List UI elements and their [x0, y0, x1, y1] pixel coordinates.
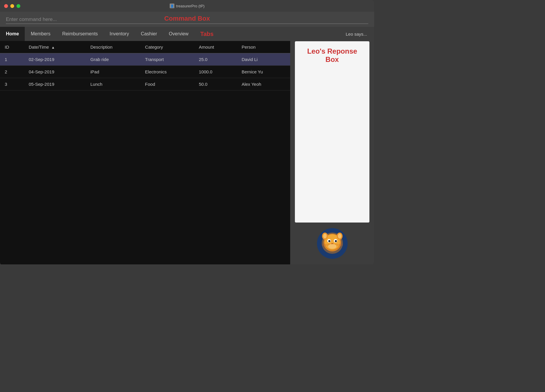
sort-arrow-datetime: ▲: [51, 45, 55, 50]
app-icon: 👤: [170, 4, 174, 8]
col-header-category[interactable]: Category: [140, 41, 194, 53]
tab-cashier[interactable]: Cashier: [135, 27, 163, 41]
cell-id: 2: [0, 66, 24, 78]
svg-point-18: [328, 244, 336, 249]
tabs-bar: Home Members Reimbursements Inventory Ca…: [0, 27, 290, 41]
tab-inventory[interactable]: Inventory: [104, 27, 135, 41]
leo-mascot: [316, 227, 349, 260]
cell-person: Bernice Yu: [237, 66, 290, 78]
right-panel: Leo says... Leo's Reponse Box: [290, 27, 374, 264]
command-area: Command Box: [0, 12, 374, 27]
col-header-description[interactable]: Description: [86, 41, 141, 53]
svg-point-10: [328, 240, 330, 242]
cell-amount: 25.0: [194, 53, 237, 66]
cell-person: Alex Yeoh: [237, 78, 290, 90]
cell-datetime: 02-Sep-2019: [24, 53, 85, 66]
col-header-amount[interactable]: Amount: [194, 41, 237, 53]
table-header-row: ID Date/Time ▲ Description Category Amou…: [0, 41, 290, 53]
traffic-lights: [4, 4, 20, 8]
leo-says-label: Leo says...: [346, 32, 367, 37]
cell-id: 3: [0, 78, 24, 90]
table-row[interactable]: 305-Sep-2019LunchFood50.0Alex Yeoh: [0, 78, 290, 90]
svg-point-7: [338, 234, 341, 238]
command-box-label: Command Box: [164, 15, 210, 22]
cell-amount: 1000.0: [194, 66, 237, 78]
minimize-button[interactable]: [10, 4, 14, 8]
table-area: ID Date/Time ▲ Description Category Amou…: [0, 41, 290, 264]
cell-description: iPad: [86, 66, 141, 78]
col-header-id[interactable]: ID: [0, 41, 24, 53]
tab-overview[interactable]: Overview: [163, 27, 194, 41]
title-bar: 👤 treasurerPro (tP): [0, 0, 374, 12]
maximize-button[interactable]: [16, 4, 20, 8]
cell-person: David Li: [237, 53, 290, 66]
table-row[interactable]: 102-Sep-2019Grab rideTransport25.0David …: [0, 53, 290, 66]
col-header-person[interactable]: Person: [237, 41, 290, 53]
cell-amount: 50.0: [194, 78, 237, 90]
tab-home[interactable]: Home: [0, 27, 25, 41]
main-container: Home Members Reimbursements Inventory Ca…: [0, 27, 374, 264]
table-row[interactable]: 204-Sep-2019iPadElectronics1000.0Bernice…: [0, 66, 290, 78]
tab-members[interactable]: Members: [25, 27, 56, 41]
tabs-label: Tabs: [200, 31, 214, 37]
cell-description: Lunch: [86, 78, 141, 90]
cell-id: 1: [0, 53, 24, 66]
window-title: 👤 treasurerPro (tP): [170, 4, 205, 8]
cell-category: Food: [140, 78, 194, 90]
tab-reimbursements[interactable]: Reimbursements: [56, 27, 104, 41]
leo-response-box: Leo's Reponse Box: [295, 41, 369, 223]
cell-category: Electronics: [140, 66, 194, 78]
close-button[interactable]: [4, 4, 8, 8]
svg-point-11: [335, 240, 337, 242]
cell-datetime: 05-Sep-2019: [24, 78, 85, 90]
col-header-datetime[interactable]: Date/Time ▲: [24, 41, 85, 53]
cell-description: Grab ride: [86, 53, 141, 66]
data-table: ID Date/Time ▲ Description Category Amou…: [0, 41, 290, 90]
leo-response-title: Leo's Reponse Box: [301, 47, 364, 64]
svg-point-6: [323, 234, 327, 238]
cell-datetime: 04-Sep-2019: [24, 66, 85, 78]
left-panel: Home Members Reimbursements Inventory Ca…: [0, 27, 290, 264]
cell-category: Transport: [140, 53, 194, 66]
